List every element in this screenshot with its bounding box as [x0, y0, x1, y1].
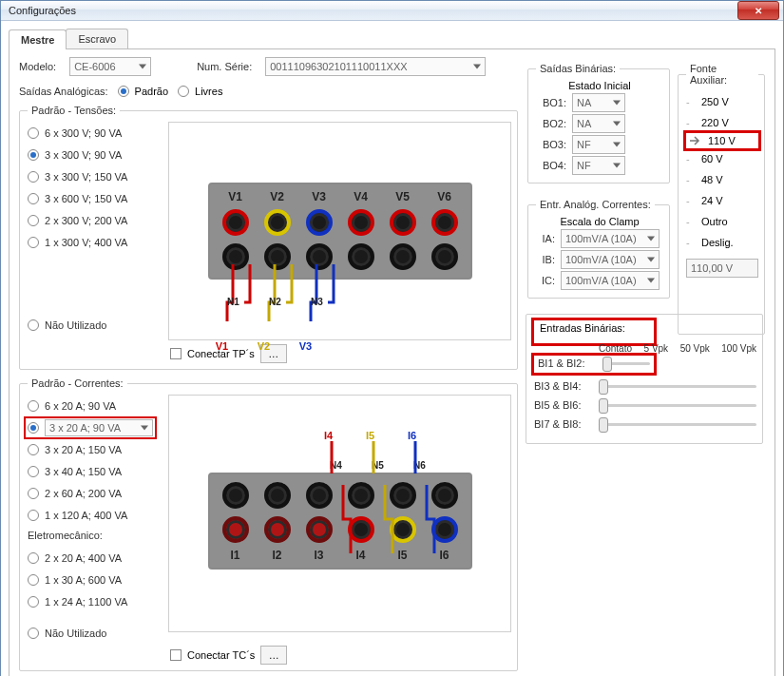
- tensoes-options: 6 x 300 V; 90 VA 3 x 300 V; 90 VA 3 x 30…: [28, 122, 161, 340]
- aux-outro[interactable]: -Outro: [686, 211, 758, 232]
- socket-icon: [390, 482, 416, 509]
- titlebar: Configurações ✕: [1, 1, 783, 21]
- ia-combo[interactable]: 100mV/A (10A): [561, 229, 660, 248]
- socket-icon: [306, 243, 333, 270]
- socket-icon: [431, 516, 458, 543]
- model-label: Modelo:: [19, 61, 56, 72]
- socket-icon: [264, 516, 291, 543]
- radio-padrao[interactable]: Padrão: [118, 86, 168, 97]
- socket-icon: [431, 243, 458, 270]
- socket-icon: [264, 243, 291, 270]
- aux-250[interactable]: -250 V: [686, 91, 758, 112]
- analog-label: Saídas Analógicas:: [19, 86, 108, 97]
- ib-combo[interactable]: 100mV/A (10A): [561, 250, 660, 269]
- slider-bi34[interactable]: [599, 385, 756, 388]
- opt-corr-nao[interactable]: Não Utilizado: [28, 624, 161, 642]
- current-panel: I4 I5 I6 N4: [168, 395, 511, 632]
- bo3-combo[interactable]: NF: [572, 135, 625, 154]
- serial-combo[interactable]: 00111096302101110011XXX: [265, 57, 486, 76]
- slider-bi78[interactable]: [599, 423, 756, 426]
- opt-tensao-2[interactable]: 3 x 300 V; 150 VA: [28, 167, 161, 185]
- eletro-legend: Eletromecânico:: [28, 530, 161, 541]
- socket-icon: [222, 516, 249, 543]
- socket-icon: [306, 482, 333, 509]
- aux-24[interactable]: -24 V: [686, 190, 758, 211]
- bo1-combo[interactable]: NA: [572, 93, 625, 112]
- opt-eletro-0[interactable]: 2 x 20 A; 400 VA: [28, 549, 161, 567]
- left-column: Modelo: CE-6006 Num. Série: 001110963021…: [19, 57, 518, 673]
- tab-mestre[interactable]: Mestre: [9, 29, 67, 49]
- slider-thumb-icon: [599, 379, 608, 395]
- current-connectors: I1 I2 I3 I4 I5 I6: [208, 473, 472, 570]
- opt-corr-4[interactable]: 2 x 60 A; 200 VA: [28, 484, 161, 502]
- group-saidas-bin: Saídas Binárias: Estado Inicial BO1:NA B…: [527, 63, 670, 183]
- slider-thumb-icon: [599, 398, 608, 414]
- socket-icon: [264, 482, 291, 509]
- slider-bi56[interactable]: [599, 404, 756, 407]
- socket-icon: [348, 209, 374, 236]
- legend-tensoes: Padrão - Tensões:: [28, 105, 120, 116]
- opt-tensao-0[interactable]: 6 x 300 V; 90 VA: [28, 124, 161, 142]
- opt-corr-2[interactable]: 3 x 20 A; 150 VA: [28, 440, 161, 458]
- opt-tensao-nao[interactable]: Não Utilizado: [28, 316, 161, 334]
- group-correntes: Padrão - Correntes: 6 x 20 A; 90 VA 3 x …: [19, 377, 518, 671]
- slider-thumb-icon: [602, 357, 612, 372]
- voltage-connectors: V1 V2 V3 V4 V5 V6: [208, 183, 472, 280]
- window-title: Configurações: [9, 5, 76, 16]
- socket-icon: [222, 243, 249, 270]
- socket-icon: [390, 516, 416, 543]
- tab-escravo[interactable]: Escravo: [66, 29, 128, 48]
- serial-label: Num. Série:: [197, 61, 252, 72]
- tab-body: Modelo: CE-6006 Num. Série: 001110963021…: [9, 49, 775, 676]
- close-button[interactable]: ✕: [737, 1, 779, 20]
- model-combo[interactable]: CE-6006: [69, 57, 151, 76]
- opt-tensao-3[interactable]: 3 x 600 V; 150 VA: [28, 189, 161, 207]
- opt-corr-3[interactable]: 3 x 40 A; 150 VA: [28, 462, 161, 480]
- close-icon: ✕: [755, 6, 762, 16]
- btn-tcs-more[interactable]: …: [260, 646, 287, 665]
- tab-strip: Mestre Escravo: [9, 27, 775, 49]
- lbl-conectar-tcs: Conectar TC´s: [187, 649, 255, 661]
- pointer-icon: [689, 135, 702, 146]
- opt-eletro-1[interactable]: 1 x 30 A; 600 VA: [28, 570, 161, 589]
- opt-corr-1[interactable]: 3 x 20 A; 90 VA: [28, 418, 161, 436]
- group-fonte-aux: Fonte Auxiliar: -250 V -220 V 110 V -60 …: [678, 63, 765, 335]
- opt-tensao-5[interactable]: 1 x 300 V; 400 VA: [28, 233, 161, 251]
- socket-icon: [306, 209, 333, 236]
- opt-tensao-4[interactable]: 2 x 300 V; 200 VA: [28, 211, 161, 229]
- aux-48[interactable]: -48 V: [686, 169, 758, 190]
- socket-icon: [264, 209, 291, 236]
- chk-conectar-tcs[interactable]: [170, 649, 182, 661]
- dialog-window: Configurações ✕ Mestre Escravo Modelo: C…: [0, 0, 784, 676]
- opt-corr-0[interactable]: 6 x 20 A; 90 VA: [28, 396, 161, 415]
- socket-icon: [431, 209, 458, 236]
- socket-icon: [348, 482, 374, 509]
- socket-icon: [390, 209, 416, 236]
- radio-dot-icon: [118, 86, 129, 97]
- aux-deslig[interactable]: -Deslig.: [686, 232, 758, 253]
- opt-corr-5[interactable]: 1 x 120 A; 400 VA: [28, 506, 161, 524]
- socket-icon: [222, 209, 249, 236]
- correntes-options: 6 x 20 A; 90 VA 3 x 20 A; 90 VA 3 x 20 A…: [28, 395, 161, 642]
- radio-dot-icon: [178, 86, 189, 97]
- opt-tensao-1[interactable]: 3 x 300 V; 90 VA: [28, 145, 161, 164]
- voltage-panel: V1 V2 V3 V4 V5 V6: [168, 122, 511, 340]
- socket-icon: [222, 482, 249, 509]
- ic-combo[interactable]: 100mV/A (10A): [561, 271, 660, 290]
- slider-thumb-icon: [599, 417, 608, 433]
- legend-correntes: Padrão - Correntes:: [28, 377, 127, 389]
- chk-conectar-tps[interactable]: [170, 348, 182, 359]
- socket-icon: [306, 516, 333, 543]
- bo4-combo[interactable]: NF: [572, 156, 625, 175]
- bo2-combo[interactable]: NA: [572, 114, 625, 133]
- aux-value-box: 110,00 V: [686, 259, 758, 278]
- right-column: Saídas Binárias: Estado Inicial BO1:NA B…: [527, 57, 765, 673]
- slider-bi12[interactable]: [602, 362, 650, 365]
- radio-livres[interactable]: Livres: [178, 86, 222, 97]
- socket-icon: [348, 516, 374, 543]
- aux-60[interactable]: -60 V: [686, 148, 758, 169]
- socket-icon: [431, 482, 458, 509]
- opt-eletro-2[interactable]: 1 x 24 A; 1100 VA: [28, 592, 161, 610]
- socket-icon: [390, 243, 416, 270]
- group-tensoes: Padrão - Tensões: 6 x 300 V; 90 VA 3 x 3…: [19, 105, 518, 370]
